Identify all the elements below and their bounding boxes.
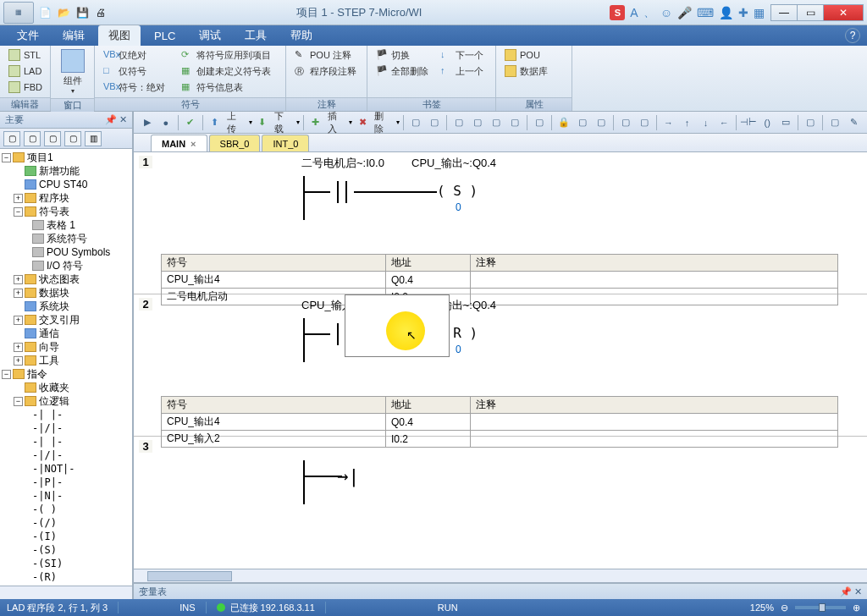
- lad-button[interactable]: LAD: [5, 63, 46, 79]
- tb-icon-j[interactable]: ▢: [593, 114, 610, 131]
- title-bar: ▦ 📄 📂 💾 🖨 项目 1 - STEP 7-Micro/WI S A、 ☺ …: [0, 0, 867, 25]
- ime-mic-icon[interactable]: 🎤: [677, 6, 692, 19]
- delete-button[interactable]: 删除: [373, 110, 395, 135]
- zoom-in-icon[interactable]: ⊕: [853, 602, 860, 613]
- insert-icon[interactable]: ✚: [307, 114, 324, 131]
- ime-smile-icon[interactable]: ☺: [660, 6, 672, 19]
- new-icon[interactable]: 📄: [37, 5, 52, 20]
- variable-table-panel[interactable]: 变量表 📌 ✕: [134, 582, 867, 599]
- ime-keyboard-icon[interactable]: ⌨: [697, 6, 714, 19]
- compile-icon[interactable]: ✔: [182, 114, 199, 131]
- menu-tools[interactable]: 工具: [235, 25, 277, 46]
- cursor-highlight: [386, 311, 425, 350]
- tree-hscroll[interactable]: [0, 586, 132, 599]
- download-button[interactable]: 下载: [273, 110, 295, 135]
- menu-debug[interactable]: 调试: [189, 25, 231, 46]
- sym-only-button[interactable]: □仅符号: [100, 63, 178, 79]
- open-icon[interactable]: 📂: [56, 5, 71, 20]
- tb-icon-e[interactable]: ▢: [488, 114, 505, 131]
- delete-icon[interactable]: ✖: [354, 114, 371, 131]
- bookmark-switch-button[interactable]: 🏴切换: [373, 47, 437, 63]
- tree-btn-2[interactable]: ▢: [24, 131, 41, 146]
- tb-icon-a[interactable]: ▢: [407, 114, 424, 131]
- tb-icon-k[interactable]: ▢: [617, 114, 634, 131]
- tb-icon-m[interactable]: →: [660, 114, 677, 131]
- tb-icon-i[interactable]: ▢: [574, 114, 591, 131]
- ime-person-icon[interactable]: 👤: [719, 6, 733, 19]
- ribbon: STL LAD FBD 编辑器 组件▾ 窗口 VBx仅绝对 □仅符号 VBx符号…: [0, 46, 867, 112]
- print-icon[interactable]: 🖨: [93, 5, 108, 20]
- tree-btn-3[interactable]: ▢: [44, 131, 61, 146]
- pin-icon[interactable]: 📌 ✕: [840, 586, 862, 597]
- tb-icon-g[interactable]: ▢: [531, 114, 548, 131]
- tb-icon-s[interactable]: ▭: [777, 114, 794, 131]
- ladder-editor[interactable]: 1 二号电机启~:I0.0 CPU_输出~:Q0.4 ( S ) 0 符号地址注…: [134, 152, 867, 569]
- ime-a-icon[interactable]: A: [630, 6, 638, 19]
- editor-hscroll[interactable]: [134, 569, 867, 582]
- sym-abs-button[interactable]: VBx符号：绝对: [100, 80, 178, 95]
- tree-btn-1[interactable]: ▢: [3, 131, 20, 146]
- minimize-button[interactable]: —: [770, 4, 798, 21]
- datablock-prop-button[interactable]: 数据库: [501, 63, 551, 79]
- tb-icon-r[interactable]: (): [759, 114, 776, 131]
- maximize-button[interactable]: ▭: [797, 4, 824, 21]
- save-icon[interactable]: 💾: [75, 5, 90, 20]
- pou-comment-button[interactable]: ✎POU 注释: [291, 47, 360, 63]
- pin-icon[interactable]: 📌 ✕: [105, 114, 127, 125]
- insert-button[interactable]: 插入: [326, 110, 348, 135]
- sym-info-button[interactable]: ▦符号信息表: [178, 80, 274, 95]
- zoom-out-icon[interactable]: ⊖: [781, 602, 788, 613]
- bookmark-prev-button[interactable]: ↑上一个: [437, 63, 487, 79]
- tb-icon-q[interactable]: ⊣⊢: [740, 114, 757, 131]
- download-icon[interactable]: ⬇: [254, 114, 271, 131]
- upload-button[interactable]: 上传: [225, 110, 247, 135]
- tb-icon-d[interactable]: ▢: [469, 114, 486, 131]
- tab-main[interactable]: MAIN×: [151, 135, 207, 151]
- tree-btn-5[interactable]: ▥: [85, 131, 102, 146]
- create-undef-button[interactable]: ▦创建未定义符号表: [178, 63, 274, 79]
- tb-icon-u[interactable]: ▢: [826, 114, 843, 131]
- pou-prop-button[interactable]: POU: [501, 47, 551, 63]
- tb-icon-l[interactable]: ▢: [636, 114, 653, 131]
- menu-file[interactable]: 文件: [7, 25, 49, 46]
- set-coil[interactable]: ( S ): [437, 183, 478, 199]
- tb-icon-f[interactable]: ▢: [506, 114, 523, 131]
- close-icon[interactable]: ×: [191, 139, 196, 149]
- ime-icon[interactable]: S: [610, 5, 625, 20]
- tb-icon-h[interactable]: 🔒: [555, 114, 572, 131]
- help-icon[interactable]: ?: [845, 28, 860, 43]
- ime-grid-icon[interactable]: ✚: [738, 6, 748, 19]
- stop-icon[interactable]: ●: [157, 114, 174, 131]
- tb-icon-p[interactable]: ←: [715, 114, 732, 131]
- tb-icon-b[interactable]: ▢: [426, 114, 443, 131]
- tab-sbr[interactable]: SBR_0: [209, 135, 261, 151]
- ime-apps-icon[interactable]: ▦: [754, 6, 765, 19]
- fbd-button[interactable]: FBD: [5, 80, 46, 95]
- tb-icon-o[interactable]: ↓: [697, 114, 714, 131]
- close-button[interactable]: ✕: [823, 4, 864, 21]
- status-run: RUN: [438, 602, 458, 613]
- bookmark-delall-button[interactable]: 🏴全部删除: [373, 63, 437, 79]
- coil-value: 0: [456, 201, 461, 213]
- tree-btn-4[interactable]: ▢: [64, 131, 81, 146]
- stl-button[interactable]: STL: [5, 47, 46, 63]
- net-comment-button[interactable]: Ⓡ程序段注释: [291, 63, 360, 79]
- apply-symbols-button[interactable]: ⟳将符号应用到项目: [178, 47, 274, 63]
- menu-view[interactable]: 视图: [98, 25, 141, 46]
- tb-icon-v[interactable]: ✎: [845, 114, 862, 131]
- menu-plc[interactable]: PLC: [144, 27, 185, 45]
- run-icon[interactable]: ▶: [139, 114, 156, 131]
- contact[interactable]: [330, 181, 354, 203]
- menu-edit[interactable]: 编辑: [52, 25, 95, 46]
- project-tree[interactable]: −项目1 新增功能 CPU ST40 +程序块 −符号表 表格 1 系统符号 P…: [0, 149, 132, 586]
- tab-int[interactable]: INT_0: [262, 135, 309, 151]
- tb-icon-t[interactable]: ▢: [802, 114, 819, 131]
- abs-only-button[interactable]: VBx仅绝对: [100, 47, 178, 63]
- bookmark-next-button[interactable]: ↓下一个: [437, 47, 487, 63]
- tb-icon-c[interactable]: ▢: [450, 114, 467, 131]
- menu-help[interactable]: 帮助: [280, 25, 323, 46]
- tree-toolbar: ▢ ▢ ▢ ▢ ▥: [0, 129, 132, 149]
- upload-icon[interactable]: ⬆: [207, 114, 224, 131]
- tb-icon-n[interactable]: ↑: [679, 114, 696, 131]
- component-button[interactable]: 组件▾: [56, 47, 90, 96]
